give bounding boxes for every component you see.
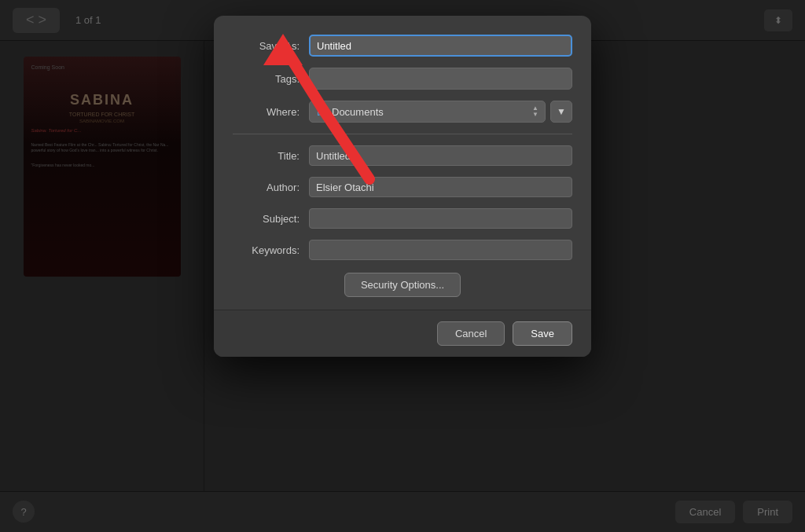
subject-label: Subject: <box>233 213 300 225</box>
title-input[interactable] <box>309 145 572 166</box>
title-label: Title: <box>233 150 300 162</box>
dialog-divider <box>233 134 572 134</box>
author-input[interactable] <box>309 177 572 197</box>
cancel-button[interactable]: Cancel <box>437 321 505 346</box>
save-as-row: Save As: <box>233 35 572 57</box>
save-button[interactable]: Save <box>513 321 572 346</box>
keywords-input[interactable] <box>309 240 572 260</box>
keywords-row: Keywords: <box>233 240 572 260</box>
where-select[interactable]: 🗂 Documents ▲ ▼ <box>309 101 546 123</box>
save-as-label: Save As: <box>233 40 300 52</box>
where-row: Where: 🗂 Documents ▲ ▼ ▼ <box>233 101 572 123</box>
where-container: 🗂 Documents ▲ ▼ ▼ <box>309 101 572 123</box>
security-btn-row: Security Options... <box>233 273 572 297</box>
dialog-bottom-fields: Title: Author: Subject: Keywords: Securi… <box>214 145 591 297</box>
where-arrows-icon: ▲ ▼ <box>532 105 539 118</box>
tags-label: Tags: <box>233 73 300 85</box>
dialog-action-row: Cancel Save <box>214 310 591 357</box>
title-row: Title: <box>233 145 572 166</box>
modal-overlay: Save As: Tags: Where: 🗂 Documents <box>0 0 805 532</box>
expand-button[interactable]: ▼ <box>550 101 572 123</box>
save-as-input[interactable] <box>309 35 572 57</box>
keywords-label: Keywords: <box>233 244 300 256</box>
save-dialog: Save As: Tags: Where: 🗂 Documents <box>214 16 591 357</box>
where-value: Documents <box>332 106 384 118</box>
subject-row: Subject: <box>233 208 572 229</box>
dialog-top: Save As: Tags: Where: 🗂 Documents <box>214 16 591 134</box>
author-row: Author: <box>233 177 572 197</box>
where-select-inner: 🗂 Documents <box>316 105 384 118</box>
where-label: Where: <box>233 106 300 118</box>
security-options-button[interactable]: Security Options... <box>344 273 461 297</box>
author-label: Author: <box>233 182 300 193</box>
subject-input[interactable] <box>309 208 572 229</box>
tags-row: Tags: <box>233 68 572 90</box>
tags-input[interactable] <box>309 68 572 90</box>
chevron-down-icon: ▼ <box>557 106 566 117</box>
folder-icon: 🗂 <box>316 105 327 118</box>
